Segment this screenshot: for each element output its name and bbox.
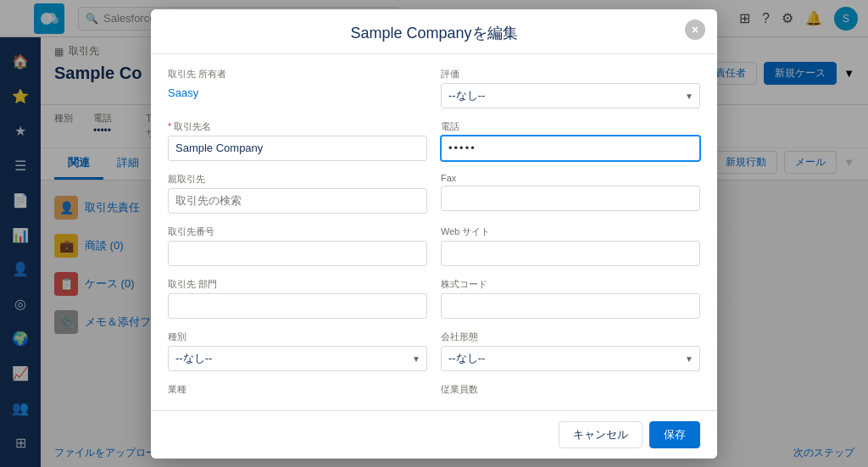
modal-body: 取引先 所有者 Saasy 評価 --なし-- ホット ウォーム コールド <box>151 54 717 410</box>
employees-label: 従業員数 <box>441 383 700 396</box>
type-label: 種別 <box>168 331 427 343</box>
industry-employees-row: 業種 従業員数 <box>168 383 700 398</box>
account-name-label: 取引先名 <box>168 120 427 133</box>
company-type-col: 会社形態 --なし-- <box>441 331 700 371</box>
number-website-row: 取引先番号 Web サイト <box>168 225 700 266</box>
dept-col: 取引先 部門 <box>168 278 427 319</box>
industry-label: 業種 <box>168 383 427 396</box>
modal-close-button[interactable]: × <box>685 19 705 40</box>
fax-input[interactable] <box>441 186 700 211</box>
cancel-button[interactable]: キャンセル <box>559 421 643 448</box>
rating-col: 評価 --なし-- ホット ウォーム コールド <box>441 68 700 108</box>
rating-select-wrapper: --なし-- ホット ウォーム コールド <box>441 83 700 108</box>
account-name-col: 取引先名 <box>168 120 427 161</box>
industry-col: 業種 <box>168 383 427 398</box>
parent-label: 親取引先 <box>168 173 427 186</box>
save-button[interactable]: 保存 <box>649 421 700 448</box>
modal-footer: キャンセル 保存 <box>151 410 717 459</box>
website-col: Web サイト <box>441 225 700 266</box>
employees-col: 従業員数 <box>441 383 700 398</box>
phone-col: 電話 <box>441 120 700 161</box>
stock-input[interactable] <box>441 293 700 319</box>
rating-select[interactable]: --なし-- ホット ウォーム コールド <box>441 83 700 108</box>
account-name-input[interactable] <box>168 136 427 161</box>
owner-value[interactable]: Saasy <box>168 83 427 99</box>
fax-col: Fax <box>441 173 700 214</box>
name-phone-row: 取引先名 電話 <box>168 120 700 161</box>
edit-modal: Sample Companyを編集 × 取引先 所有者 Saasy 評価 --な… <box>151 9 717 459</box>
company-type-label: 会社形態 <box>441 331 700 343</box>
modal-header: Sample Companyを編集 × <box>151 9 717 54</box>
type-company-row: 種別 --なし-- 会社形態 --なし-- <box>168 331 700 371</box>
company-type-select[interactable]: --なし-- <box>441 346 700 371</box>
owner-col: 取引先 所有者 Saasy <box>168 68 427 108</box>
company-type-select-wrapper: --なし-- <box>441 346 700 371</box>
parent-fax-row: 親取引先 Fax <box>168 173 700 214</box>
owner-label: 取引先 所有者 <box>168 68 427 81</box>
fax-label: Fax <box>441 173 700 183</box>
type-col: 種別 --なし-- <box>168 331 427 371</box>
website-label: Web サイト <box>441 225 700 238</box>
dept-input[interactable] <box>168 293 427 319</box>
dept-label: 取引先 部門 <box>168 278 427 291</box>
parent-col: 親取引先 <box>168 173 427 214</box>
dept-stock-row: 取引先 部門 株式コード <box>168 278 700 319</box>
account-number-input[interactable] <box>168 241 427 266</box>
stock-label: 株式コード <box>441 278 700 291</box>
website-input[interactable] <box>441 241 700 266</box>
account-number-col: 取引先番号 <box>168 225 427 266</box>
type-select-wrapper: --なし-- <box>168 346 427 371</box>
type-select[interactable]: --なし-- <box>168 346 427 371</box>
modal-title: Sample Companyを編集 <box>168 23 700 43</box>
rating-label: 評価 <box>441 68 700 81</box>
phone-label: 電話 <box>441 120 700 133</box>
parent-account-input[interactable] <box>168 188 427 214</box>
owner-rating-row: 取引先 所有者 Saasy 評価 --なし-- ホット ウォーム コールド <box>168 68 700 108</box>
modal-overlay: Sample Companyを編集 × 取引先 所有者 Saasy 評価 --な… <box>0 0 868 467</box>
account-number-label: 取引先番号 <box>168 225 427 238</box>
phone-input[interactable] <box>441 136 700 161</box>
stock-col: 株式コード <box>441 278 700 319</box>
